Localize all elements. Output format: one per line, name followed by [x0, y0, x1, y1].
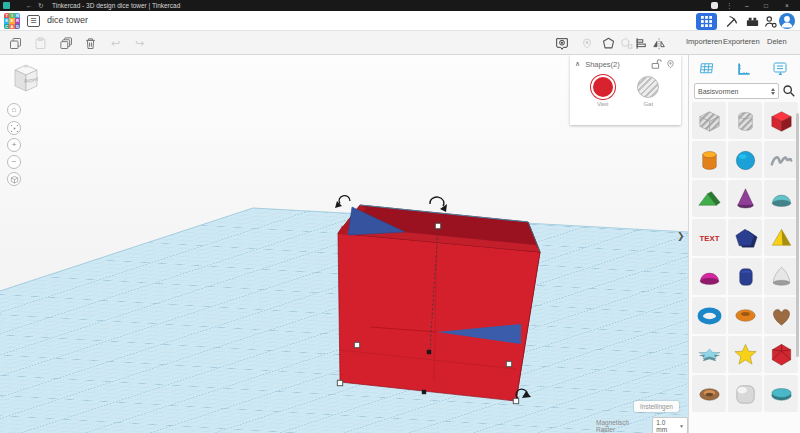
perspective-toggle-button[interactable] — [7, 172, 21, 186]
redo-button[interactable]: ↪ — [131, 35, 148, 52]
export-button[interactable]: Exporteren — [723, 37, 760, 46]
shape-tile-sphere[interactable] — [728, 141, 762, 178]
dropdown-arrow-icon: ▼ — [679, 423, 684, 429]
browser-titlebar: ← ↻ Tinkercad - 3D design dice tower | T… — [0, 0, 800, 11]
shape-tile-torus[interactable] — [692, 297, 726, 334]
hole-label: Gat — [643, 101, 653, 107]
shape-tile-prism[interactable] — [728, 258, 762, 295]
shapes-card-title: Shapes(2) — [585, 60, 650, 69]
shape-tile-scribble[interactable] — [764, 141, 798, 178]
mirror-button[interactable] — [650, 35, 667, 52]
lego-brick-icon[interactable] — [744, 13, 761, 30]
tab-favicon-icon — [3, 2, 10, 9]
home-view-button[interactable]: ⌂ — [7, 103, 21, 117]
copy-button[interactable] — [7, 35, 24, 52]
snap-grid-label: Magnetisch Raster — [596, 419, 648, 433]
panel-collapse-chevron[interactable]: ❯ — [677, 231, 685, 241]
back-icon[interactable]: ← — [26, 1, 33, 10]
duplicate-button[interactable] — [58, 35, 75, 52]
close-button[interactable]: × — [785, 1, 789, 10]
solid-label: Vast — [597, 101, 609, 107]
shape-tile-roof[interactable] — [692, 180, 726, 217]
browser-menu-icon[interactable]: ⋮ — [726, 1, 733, 10]
category-dropdown[interactable]: Basisvormen — [694, 83, 779, 99]
collapse-icon[interactable]: ∧ — [575, 60, 580, 68]
shape-tile-icosahedron[interactable] — [764, 336, 798, 373]
align-button[interactable] — [633, 35, 650, 52]
shape-tile-box-hole[interactable] — [692, 102, 726, 139]
sort-down-icon — [771, 92, 775, 95]
shape-tile-heart[interactable] — [764, 297, 798, 334]
minimize-button[interactable]: – — [745, 1, 749, 10]
tinkercad-logo[interactable]: TINKERCAD — [4, 13, 20, 29]
shape-tile-flat-disc[interactable] — [764, 375, 798, 412]
snap-grid-dropdown[interactable]: 1.0 mm ▼ — [652, 417, 688, 433]
shape-tile-paraboloid[interactable] — [764, 258, 798, 295]
share-button[interactable]: Delen — [767, 37, 787, 46]
shape-tile-die[interactable] — [728, 375, 762, 412]
shape-grid: TEXT — [689, 102, 800, 412]
workplane-pin-button[interactable] — [578, 35, 595, 52]
group-button[interactable] — [600, 35, 617, 52]
import-button[interactable]: Importeren — [686, 37, 722, 46]
user-avatar[interactable] — [779, 13, 795, 29]
account-icon[interactable] — [762, 13, 779, 30]
settings-button[interactable]: Instellingen — [634, 401, 679, 412]
delete-button[interactable] — [82, 35, 99, 52]
edit-toolbar: ↩ ↪ Importeren Exporteren Delen — [0, 31, 800, 55]
shape-tile-cylinder[interactable] — [692, 141, 726, 178]
shapes-selection-card: ∧ Shapes(2) Vast Gat — [570, 55, 681, 125]
show-all-button[interactable] — [553, 35, 570, 52]
panel-scrollbar[interactable] — [796, 113, 799, 357]
viewport-3d[interactable]: RIGHT ⌂ + − ∧ Shapes(2) Vast — [0, 55, 688, 433]
shape-tile-cone[interactable] — [728, 180, 762, 217]
shape-tile-polygon[interactable] — [728, 219, 762, 256]
shape-tile-half-sphere[interactable] — [692, 258, 726, 295]
workplane-tool-button[interactable] — [695, 58, 719, 80]
shape-tile-star[interactable] — [728, 336, 762, 373]
unlock-icon[interactable] — [650, 58, 662, 70]
window-title: Tinkercad - 3D design dice tower | Tinke… — [52, 1, 180, 10]
shape-tile-rounded-roof[interactable] — [764, 180, 798, 217]
shape-tile-pyramid[interactable] — [764, 219, 798, 256]
pin-icon[interactable] — [665, 59, 676, 70]
search-icon[interactable] — [782, 84, 796, 98]
dice-tower-model[interactable] — [338, 205, 540, 401]
shape-tile-star-flat[interactable] — [692, 336, 726, 373]
shape-item-solid[interactable]: Vast — [591, 75, 615, 107]
snap-grid-value: 1.0 mm — [656, 419, 677, 433]
svg-text:TEXT: TEXT — [699, 234, 719, 243]
ruler-tool-button[interactable] — [732, 58, 756, 80]
shape-tile-cylinder-hole[interactable] — [728, 102, 762, 139]
design-title: dice tower — [47, 15, 88, 25]
shape-tile-text[interactable]: TEXT — [692, 219, 726, 256]
shape-tile-tube[interactable] — [728, 297, 762, 334]
refresh-icon[interactable]: ↻ — [38, 1, 43, 10]
maximize-button[interactable]: □ — [764, 1, 768, 10]
shape-tile-ring[interactable] — [692, 375, 726, 412]
grid-icon — [701, 16, 712, 27]
zoom-out-button[interactable]: − — [7, 155, 21, 169]
shape-library-panel: Basisvormen TEXT — [688, 55, 800, 433]
dashboard-button[interactable] — [696, 13, 717, 30]
extension-icon[interactable] — [711, 2, 718, 9]
shape-tile-box[interactable] — [764, 102, 798, 139]
hole-disc-icon — [637, 76, 659, 98]
shape-item-hole[interactable]: Gat — [636, 75, 660, 107]
category-value: Basisvormen — [698, 88, 771, 95]
undo-button[interactable]: ↩ — [107, 35, 124, 52]
paste-button[interactable] — [32, 35, 49, 52]
app-header: TINKERCAD ☰ dice tower — [0, 11, 800, 31]
design-properties-button[interactable]: ☰ — [27, 15, 40, 27]
zoom-in-button[interactable]: + — [7, 138, 21, 152]
minecraft-pickaxe-icon[interactable] — [723, 13, 740, 30]
sort-up-icon — [771, 88, 775, 91]
solid-disc-icon — [593, 77, 613, 97]
notes-tool-button[interactable] — [768, 58, 792, 80]
fit-view-button[interactable] — [7, 121, 21, 135]
view-cube[interactable]: RIGHT — [11, 61, 41, 99]
